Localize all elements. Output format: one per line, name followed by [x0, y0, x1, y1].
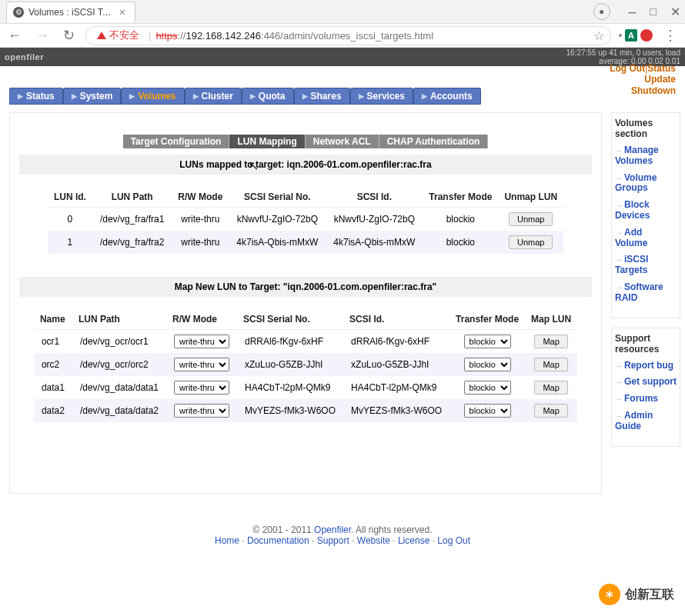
sidebar-link[interactable]: Admin Guide [615, 410, 653, 431]
nav-volumes[interactable]: ▶Volumes [121, 88, 184, 105]
map-button[interactable]: Map [534, 358, 567, 371]
sidebar-link[interactable]: Forums [624, 393, 658, 404]
page-footer: © 2001 - 2011 Openfiler. All rights rese… [0, 524, 685, 546]
cell-name: ocr1 [34, 330, 72, 354]
col-lun-path: LUN Path [72, 309, 166, 330]
sidebar-link[interactable]: Manage Volumes [615, 145, 659, 166]
sidebar-link[interactable]: Software RAID [615, 281, 663, 303]
cell-scsi-serial: dRRAl6-fKgv-6xHF [237, 330, 343, 354]
link-status[interactable]: Status [647, 63, 676, 74]
sidebar-item: Add Volume [615, 228, 677, 249]
nav-cluster[interactable]: ▶Cluster [185, 88, 242, 105]
warning-icon [97, 32, 106, 39]
nav-quota[interactable]: ▶Quota [242, 88, 294, 105]
sidebar-item: iSCSI Targets [615, 255, 677, 276]
cell-lun-path: /dev/vg_data/data1 [72, 376, 166, 399]
cell-scsi-serial: kNwvfU-ZgIO-72bQ [229, 208, 326, 231]
link-logout[interactable]: Log Out [610, 63, 645, 74]
footer-link[interactable]: Home [215, 535, 239, 546]
nav-accounts[interactable]: ▶Accounts [413, 88, 481, 105]
table-row: orc2/dev/vg_ocr/orc2write-thruxZuLuo-G5Z… [34, 353, 577, 376]
nav-arrow-icon: ▶ [18, 92, 23, 100]
map-button[interactable]: Map [534, 404, 567, 418]
col-lun-id: LUN Id. [48, 187, 92, 208]
unmap-button[interactable]: Unmap [509, 212, 553, 226]
sub-nav-network-acl[interactable]: Network ACL [306, 135, 379, 148]
rw-mode-select[interactable]: write-thru [174, 335, 229, 348]
nav-back-icon[interactable]: ← [5, 28, 25, 44]
ext-icon-1[interactable] [619, 34, 622, 37]
sidebar-link[interactable]: Report bug [624, 360, 673, 371]
window-close[interactable]: ✕ [670, 5, 680, 19]
sidebar-link[interactable]: Add Volume [615, 227, 647, 248]
app-top-bar: openfiler 16:27:55 up 41 min, 0 users, l… [0, 48, 685, 66]
main-content: Target Configuration LUN Mapping Network… [9, 112, 602, 494]
cell-lun-id: 0 [48, 208, 92, 231]
transfer-mode-select[interactable]: blockio [464, 358, 511, 371]
nav-shares[interactable]: ▶Shares [294, 88, 350, 105]
watermark: ✶ 创新互联 [599, 584, 674, 605]
user-profile-icon[interactable]: ● [593, 3, 610, 20]
tab-close-icon[interactable]: × [116, 6, 129, 18]
url-bar[interactable]: 不安全 | https://192.168.142.246:446/admin/… [85, 26, 611, 45]
transfer-mode-select[interactable]: blockio [464, 381, 511, 395]
sub-nav-target-config[interactable]: Target Configuration [123, 135, 230, 148]
bookmark-star-icon[interactable]: ☆ [593, 28, 604, 43]
cell-transfer-mode: blockio [423, 231, 498, 254]
footer-link[interactable]: License [398, 535, 429, 546]
nav-arrow-icon: ▶ [193, 92, 199, 100]
nav-status[interactable]: ▶Status [9, 88, 63, 105]
transfer-mode-select[interactable]: blockio [464, 404, 511, 418]
tab-title: Volumes : iSCSI Target... [28, 7, 116, 18]
unmap-button[interactable]: Unmap [509, 235, 553, 249]
sidebar-link[interactable]: Get support [624, 376, 677, 387]
footer-openfiler-link[interactable]: Openfiler [314, 524, 351, 535]
sidebar-item: Block Devices [615, 200, 677, 221]
map-button[interactable]: Map [534, 335, 567, 348]
footer-link[interactable]: Log Out [437, 535, 470, 546]
cell-lun-id: 1 [48, 231, 92, 254]
nav-reload-icon[interactable]: ↻ [60, 27, 78, 44]
security-warning[interactable]: 不安全 [97, 28, 139, 42]
window-minimize[interactable]: – [629, 4, 637, 20]
mouse-cursor-icon: ↖ [249, 158, 259, 173]
footer-link[interactable]: Website [357, 535, 390, 546]
cell-scsi-serial: xZuLuo-G5ZB-JJhI [237, 353, 343, 376]
ext-icon-o[interactable] [640, 29, 653, 42]
footer-link[interactable]: Support [317, 535, 349, 546]
sidebar-link[interactable]: Volume Groups [615, 172, 657, 194]
table-row: ocr1/dev/vg_ocr/ocr1write-thrudRRAl6-fKg… [34, 330, 577, 354]
table-row: data1/dev/vg_data/data1write-thruHA4CbT-… [34, 376, 577, 399]
sidebar-link[interactable]: Block Devices [615, 199, 650, 221]
table-header-row: LUN Id. LUN Path R/W Mode SCSI Serial No… [48, 187, 563, 208]
nav-system[interactable]: ▶System [63, 88, 122, 105]
sidebar-volumes-box: Volumes section Manage VolumesVolume Gro… [611, 112, 680, 318]
cell-scsi-serial: MvYEZS-fMk3-W6OO [237, 399, 343, 422]
browser-tab-strip: ⚙ Volumes : iSCSI Target... × ● – □ ✕ [0, 0, 685, 24]
cell-scsi-id: xZuLuo-G5ZB-JJhI [343, 353, 449, 376]
nav-services[interactable]: ▶Services [350, 88, 413, 105]
sub-nav-lun-mapping[interactable]: LUN Mapping [229, 135, 305, 148]
cell-scsi-id: dRRAl6-fKgv-6xHF [343, 330, 449, 354]
sub-nav-chap[interactable]: CHAP Authentication [379, 135, 489, 148]
browser-tab[interactable]: ⚙ Volumes : iSCSI Target... × [6, 2, 135, 22]
col-transfer-mode: Transfer Mode [449, 309, 525, 330]
watermark-text: 创新互联 [625, 587, 674, 603]
ext-icon-a[interactable]: A [625, 29, 637, 42]
sidebar-link[interactable]: iSCSI Targets [615, 254, 648, 275]
footer-link[interactable]: Documentation [247, 535, 309, 546]
cell-scsi-id: MvYEZS-fMk3-W6OO [343, 399, 449, 422]
rw-mode-select[interactable]: write-thru [174, 358, 229, 371]
table-row: 0/dev/vg_fra/fra1write-thrukNwvfU-ZgIO-7… [48, 208, 563, 231]
window-maximize[interactable]: □ [650, 5, 657, 18]
security-warning-text: 不安全 [109, 28, 139, 42]
link-update[interactable]: Update [644, 74, 676, 85]
link-shutdown[interactable]: Shutdown [631, 85, 676, 96]
rw-mode-select[interactable]: write-thru [174, 404, 229, 418]
nav-forward-icon[interactable]: → [32, 28, 52, 44]
browser-menu-icon[interactable]: ⋮ [660, 27, 680, 44]
rw-mode-select[interactable]: write-thru [174, 381, 229, 395]
map-button[interactable]: Map [534, 381, 567, 395]
transfer-mode-select[interactable]: blockio [464, 335, 511, 348]
col-rw-mode: R/W Mode [166, 309, 237, 330]
